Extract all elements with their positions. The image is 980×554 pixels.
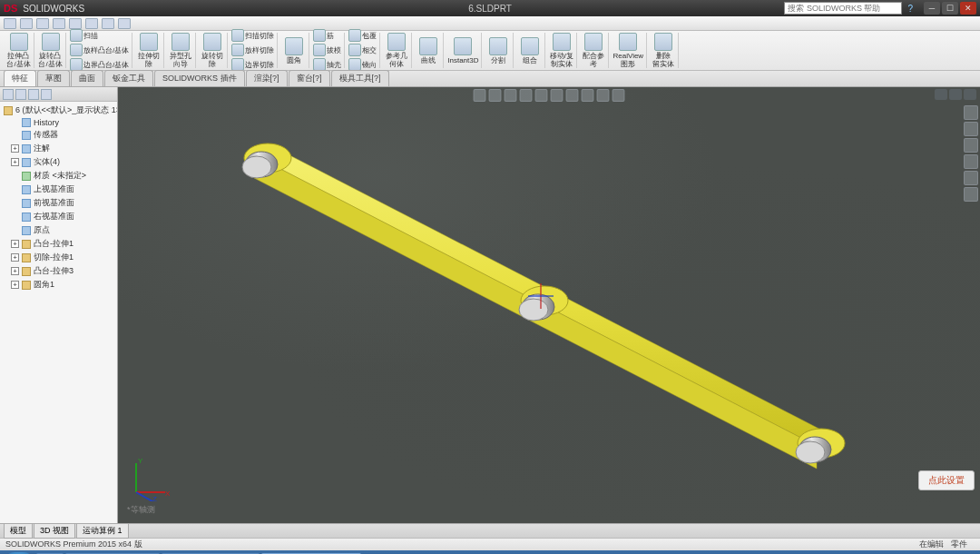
motion-tab[interactable]: 3D 视图 [34,523,75,539]
ribbon-command-icon[interactable] [454,37,472,55]
ribbon-group: 拉伸切除 [133,33,164,68]
ribbon-command-label: 删除留实体 [652,52,674,68]
help-icon[interactable]: ? [907,4,913,14]
part-icon [4,106,13,115]
ribbon-command-icon[interactable] [521,37,539,55]
maximize-button[interactable]: ☐ [942,2,958,15]
help-search-input[interactable] [784,2,902,15]
tree-item[interactable]: 前视基准面 [2,196,115,210]
feature-icon [22,158,31,167]
command-tab[interactable]: 曲面 [71,70,103,86]
tree-item[interactable]: 传感器 [2,128,115,142]
ribbon-group: Instant3D [445,33,482,68]
command-tab[interactable]: 模具工具[?] [331,70,389,86]
expand-icon[interactable]: + [11,267,19,275]
config-tab-icon[interactable] [28,89,39,100]
feature-tree-tab-icon[interactable] [3,89,14,100]
ribbon-small-command[interactable]: 相交 [348,44,377,57]
ribbon-command-icon[interactable] [42,33,60,51]
ribbon-command-icon[interactable] [553,33,571,51]
ribbon-command-icon[interactable] [419,37,437,55]
ribbon-command-icon[interactable] [584,33,603,51]
ribbon-group: 拉伸凸台/基体 [4,33,34,68]
expand-icon[interactable]: + [11,281,19,289]
qat-redo-icon[interactable] [85,18,98,29]
command-tab[interactable]: SOLIDWORKS 插件 [154,70,245,86]
ribbon-small-label: 扫描切除 [245,32,274,40]
ribbon-group: 旋转切除 [197,33,228,68]
tree-item[interactable]: History [2,117,115,128]
tree-item-label: 圆角1 [34,279,54,291]
ribbon-group: 配合参考 [578,33,609,68]
tree-item[interactable]: 右视基准面 [2,210,115,223]
ribbon-small-icon [348,29,361,42]
ribbon-group: 组合 [514,33,545,68]
tree-item-label: History [34,118,59,127]
command-tab[interactable]: 渲染[?] [246,70,288,86]
expand-icon[interactable]: + [11,144,19,153]
tree-item-label: 切除-拉伸1 [34,252,74,263]
ribbon-command-icon[interactable] [387,33,406,51]
ribbon-small-command[interactable]: 放样切除 [231,44,274,57]
tree-item-label: 右视基准面 [34,211,74,223]
tree-item-label: 上视基准面 [34,183,74,195]
display-tab-icon[interactable] [41,89,52,100]
tree-item[interactable]: +凸台-拉伸3 [2,264,115,278]
minimize-button[interactable]: ─ [924,2,940,15]
orientation-triad[interactable]: Y X Z [127,456,172,501]
graphics-viewport[interactable]: Y X Z *等轴测 点此设置 [118,87,980,523]
ribbon-small-icon [313,58,326,71]
expand-icon[interactable]: + [11,253,19,262]
expand-icon[interactable]: + [11,240,19,248]
ribbon-command-icon[interactable] [203,33,221,51]
ribbon-small-command[interactable]: 包覆 [348,29,377,43]
ribbon-command-icon[interactable] [172,33,190,51]
ribbon-small-command[interactable]: 筋 [313,29,341,43]
tree-item[interactable]: +凸台-拉伸1 [2,237,115,251]
ribbon-command-icon[interactable] [654,33,672,51]
motion-tab[interactable]: 模型 [4,523,33,539]
settings-hint-link[interactable]: 点此设置 [918,470,975,490]
command-tab[interactable]: 钣金工具 [104,70,153,86]
ribbon-small-command[interactable]: 放样凸台/基体 [70,44,129,57]
model-geometry [118,87,980,523]
tree-item[interactable]: 上视基准面 [2,183,115,196]
tree-item[interactable]: +切除-拉伸1 [2,251,115,264]
motion-tab[interactable]: 运动算例 1 [76,523,129,539]
property-tab-icon[interactable] [15,89,26,100]
ribbon-command-icon[interactable] [619,33,637,51]
close-button[interactable]: ✕ [960,2,976,15]
feature-icon [22,199,31,208]
ribbon-command-label: 旋转切除 [201,52,223,68]
qat-open-icon[interactable] [20,18,33,29]
tree-item[interactable]: +圆角1 [2,278,115,292]
command-tab[interactable]: 窗台[?] [289,70,330,86]
tree-item[interactable]: +注解 [2,142,115,155]
ribbon-group: 分割 [483,33,514,68]
ribbon-small-label: 抽壳 [327,61,341,69]
ribbon-group: 删除留实体 [648,33,679,68]
qat-save-icon[interactable] [36,18,49,29]
ribbon-command-icon[interactable] [285,37,303,55]
command-tab[interactable]: 特征 [4,70,36,86]
expand-icon[interactable]: + [11,158,19,166]
ribbon-small-command[interactable]: 扫描 [70,29,129,43]
ribbon-command-icon[interactable] [10,33,28,51]
ribbon-small-command[interactable]: 拔模 [313,44,341,57]
ribbon-command-icon[interactable] [140,33,158,51]
tree-item[interactable]: +实体(4) [2,155,115,169]
motion-tab-strip: 模型3D 视图运动算例 1 [0,523,980,538]
tree-item[interactable]: 材质 <未指定> [2,169,115,183]
ribbon-small-command[interactable]: 扫描切除 [231,29,274,43]
feature-tree[interactable]: 6 (默认<<默认>_显示状态 1>) History传感器+注解+实体(4)材… [0,102,117,523]
command-tab[interactable]: 草图 [37,70,70,86]
tree-root[interactable]: 6 (默认<<默认>_显示状态 1>) [2,104,115,117]
qat-print-icon[interactable] [53,18,65,29]
qat-options-icon[interactable] [118,18,131,29]
qat-undo-icon[interactable] [69,18,82,29]
qat-rebuild-icon[interactable] [102,18,114,29]
ribbon-command-icon[interactable] [489,37,507,55]
qat-new-icon[interactable] [4,18,16,29]
tree-item[interactable]: 原点 [2,223,115,237]
tree-item-label: 前视基准面 [34,197,74,209]
